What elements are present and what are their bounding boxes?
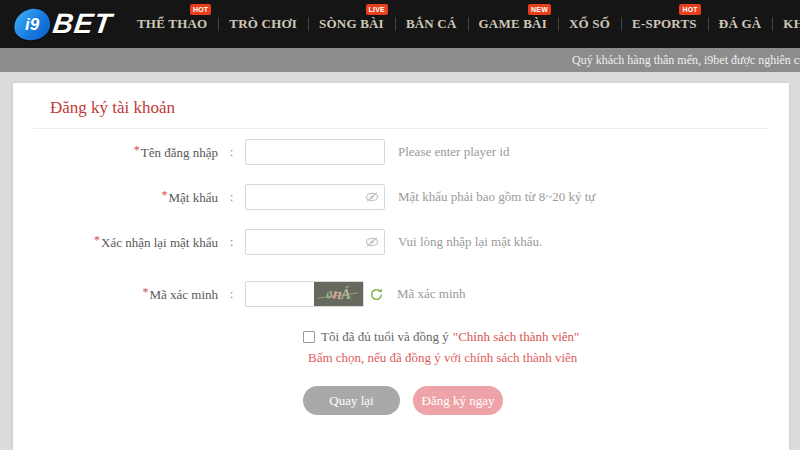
nav-item-da-ga[interactable]: ĐÁ GÀ <box>708 0 773 48</box>
colon: : <box>218 144 245 160</box>
confirm-password-label: *Xác nhận lại mật khẩu <box>13 233 218 251</box>
password-row: *Mật khẩu : Mật khẩu phải bao gồm từ 8~2… <box>13 184 789 210</box>
username-label: *Tên đăng nhập <box>13 143 218 161</box>
required-asterisk: * <box>142 285 148 299</box>
label-text: Tên đăng nhập <box>141 145 218 160</box>
required-asterisk: * <box>162 188 168 202</box>
nav-item-label: KHUYẾN MÃI <box>783 16 800 32</box>
agree-text: Tôi đã đủ tuổi và đồng ý <box>321 329 449 345</box>
password-input-wrap <box>245 184 385 210</box>
colon: : <box>218 286 245 302</box>
captcha-char: Á <box>341 286 352 302</box>
confirm-password-row: *Xác nhận lại mật khẩu : Vui lòng nhập l… <box>13 229 789 255</box>
nav-item-label: GAME BÀI <box>479 16 547 32</box>
nav-item-song-bai[interactable]: SÒNG BÀI LIVE <box>308 0 395 48</box>
page-title: Đăng ký tài khoản <box>13 83 789 128</box>
required-asterisk: * <box>134 143 140 157</box>
agree-checkbox[interactable] <box>303 331 315 343</box>
nav-item-tro-choi[interactable]: TRÒ CHƠI <box>218 0 308 48</box>
nav-item-label: TRÒ CHƠI <box>229 16 297 32</box>
nav-item-ban-ca[interactable]: BẮN CÁ <box>395 0 468 48</box>
captcha-input-wrap: a n Á <box>245 281 364 307</box>
confirm-password-hint: Vui lòng nhập lại mật khẩu. <box>398 234 542 250</box>
hot-badge: HOT <box>679 4 700 15</box>
announcement-bar: Quý khách hàng thân mến, i9bet được nghi… <box>0 48 800 72</box>
logo-i9-text: i9 <box>25 14 39 34</box>
captcha-input[interactable] <box>246 283 314 305</box>
announcement-text: Quý khách hàng thân mến, i9bet được nghi… <box>0 48 800 72</box>
nav-item-game-bai[interactable]: GAME BÀI NEW <box>468 0 558 48</box>
password-label: *Mật khẩu <box>13 188 218 206</box>
live-badge: LIVE <box>366 4 388 15</box>
colon: : <box>218 189 245 205</box>
nav-item-khuyen-mai[interactable]: KHUYẾN MÃI HOT <box>772 0 800 48</box>
register-button[interactable]: Đăng ký ngay <box>413 386 503 415</box>
password-input[interactable] <box>245 184 385 210</box>
nav-item-xo-so[interactable]: XỔ SỐ <box>558 0 621 48</box>
confirm-password-input[interactable] <box>245 229 385 255</box>
logo[interactable]: i9 BET <box>14 8 112 40</box>
label-text: Mật khẩu <box>169 190 218 205</box>
new-badge: NEW <box>528 4 551 15</box>
username-row: *Tên đăng nhập : Please enter player id <box>13 139 789 165</box>
label-text: Mã xác minh <box>149 287 218 302</box>
nav-item-label: ĐÁ GÀ <box>719 16 762 32</box>
username-input-wrap <box>245 139 385 165</box>
password-hint: Mật khẩu phải bao gồm từ 8~20 ký tự <box>398 189 595 205</box>
top-navigation: i9 BET THỂ THAO HOT TRÒ CHƠI SÒNG BÀI LI… <box>0 0 800 48</box>
registration-form: *Tên đăng nhập : Please enter player id … <box>13 129 789 415</box>
captcha-hint: Mã xác minh <box>397 286 466 302</box>
label-text: Xác nhận lại mật khẩu <box>101 235 218 250</box>
registration-card: Đăng ký tài khoản *Tên đăng nhập : Pleas… <box>13 83 789 450</box>
captcha-label: *Mã xác minh <box>13 285 218 303</box>
refresh-captcha-icon[interactable] <box>369 287 384 302</box>
nav-menu: THỂ THAO HOT TRÒ CHƠI SÒNG BÀI LIVE BẮN … <box>126 0 800 48</box>
captcha-row: *Mã xác minh : a n Á Mã xác minh <box>13 281 789 307</box>
nav-item-label: E-SPORTS <box>632 16 697 32</box>
username-input[interactable] <box>245 139 385 165</box>
logo-bet-text: BET <box>51 8 114 40</box>
policy-link[interactable]: "Chính sách thành viên" <box>453 329 580 345</box>
nav-item-label: THỂ THAO <box>137 16 207 32</box>
back-button[interactable]: Quay lại <box>303 386 400 415</box>
agreement-row: Tôi đã đủ tuổi và đồng ý "Chính sách thà… <box>303 329 789 345</box>
eye-off-icon[interactable] <box>365 190 379 204</box>
nav-item-esports[interactable]: E-SPORTS HOT <box>621 0 708 48</box>
agreement-note: Bấm chọn, nếu đã đồng ý với chính sách t… <box>308 350 789 366</box>
captcha-image[interactable]: a n Á <box>314 282 363 306</box>
required-asterisk: * <box>94 233 100 247</box>
nav-item-label: BẮN CÁ <box>406 16 457 32</box>
nav-item-the-thao[interactable]: THỂ THAO HOT <box>126 0 218 48</box>
hot-badge: HOT <box>190 4 211 15</box>
confirm-password-input-wrap <box>245 229 385 255</box>
eye-off-icon[interactable] <box>365 235 379 249</box>
logo-drop-icon: i9 <box>12 6 52 42</box>
colon: : <box>218 234 245 250</box>
username-hint: Please enter player id <box>398 144 510 160</box>
nav-item-label: SÒNG BÀI <box>319 16 384 32</box>
nav-item-label: XỔ SỐ <box>569 16 610 32</box>
button-row: Quay lại Đăng ký ngay <box>303 386 789 415</box>
